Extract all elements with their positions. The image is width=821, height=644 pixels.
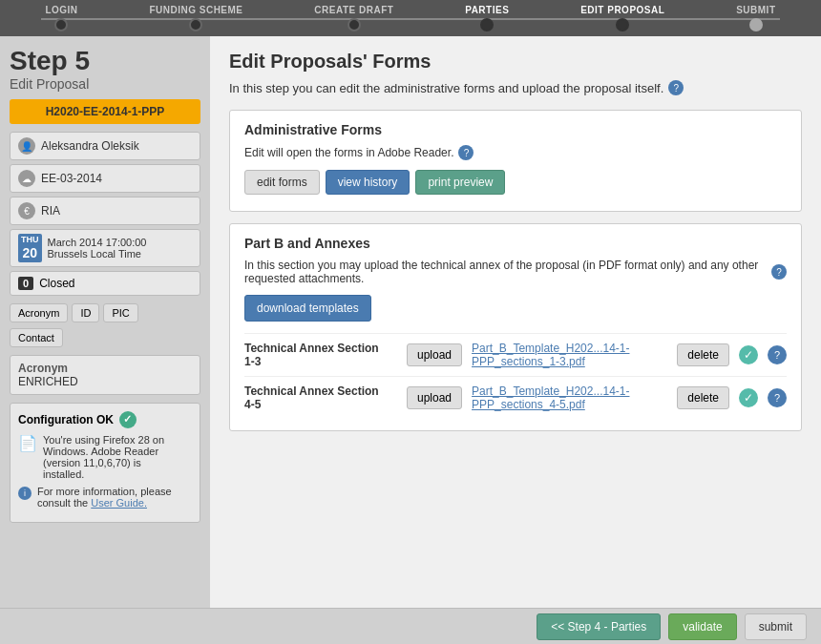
- config-msg-text: You're using Firefox 28 on Windows. Adob…: [43, 434, 164, 480]
- sidebar: Step 5 Edit Proposal H2020-EE-2014-1-PPP…: [0, 36, 210, 608]
- step-create-draft: CREATE DRAFT: [314, 5, 393, 31]
- back-button[interactable]: << Step 4 - Parties: [537, 613, 661, 640]
- part-b-title: Part B and Annexes: [244, 236, 787, 251]
- progress-bar: LOGIN FUNDING SCHEME CREATE DRAFT PARTIE…: [0, 0, 821, 36]
- date-badge: THU 20: [18, 234, 42, 262]
- user-guide-link[interactable]: User Guide.: [91, 497, 147, 509]
- date-row: THU 20 March 2014 17:00:00 Brussels Loca…: [10, 229, 200, 267]
- annex-row-1: Technical Annex Section 1-3 upload Part_…: [244, 333, 787, 376]
- print-preview-button[interactable]: print preview: [415, 170, 505, 195]
- annex-row-2: Technical Annex Section 4-5 upload Part_…: [244, 376, 787, 419]
- tag-row[interactable]: Acronym ID PIC: [10, 303, 200, 322]
- annex-1-ok-icon: ✓: [739, 345, 758, 364]
- annex-1-upload-button[interactable]: upload: [407, 343, 462, 366]
- step-submit: SUBMIT: [736, 5, 775, 31]
- configuration-box: Configuration OK ✓ 📄 You're using Firefo…: [10, 403, 200, 523]
- user-icon: 👤: [18, 137, 35, 155]
- step-dot-submit: [749, 18, 763, 31]
- step-funding-scheme: FUNDING SCHEME: [149, 5, 242, 31]
- project-code-row: ☁ EE-03-2014: [10, 164, 200, 193]
- step-dot-login: [54, 18, 68, 31]
- config-guide-text: For more information, please consult the…: [37, 486, 172, 509]
- annex-1-label: Technical Annex Section 1-3: [244, 342, 397, 368]
- step-number: Step 5: [10, 46, 200, 76]
- currency-value: RIA: [41, 204, 60, 218]
- step-edit-proposal: EDIT PROPOSAL: [580, 5, 664, 31]
- step-dot-funding: [189, 18, 202, 31]
- day-number: 20: [21, 245, 39, 261]
- admin-forms-title: Administrative Forms: [244, 122, 787, 137]
- config-msg-firefox: 📄 You're using Firefox 28 on Windows. Ad…: [18, 434, 192, 480]
- part-b-help-icon[interactable]: ?: [771, 264, 787, 280]
- step-dot-edit: [616, 18, 629, 31]
- tag-acronym[interactable]: Acronym: [10, 303, 68, 322]
- annex-2-ok-icon: ✓: [739, 388, 758, 407]
- annex-2-label: Technical Annex Section 4-5: [244, 384, 397, 411]
- closed-label: Closed: [39, 277, 74, 290]
- footer: << Step 4 - Parties validate submit: [0, 608, 821, 644]
- euro-icon: €: [18, 202, 35, 219]
- validate-button[interactable]: validate: [668, 613, 736, 640]
- cloud-icon: ☁: [18, 170, 35, 187]
- admin-forms-buttons: edit forms view history print preview: [244, 170, 787, 195]
- currency-row: € RIA: [10, 197, 200, 225]
- user-name: Aleksandra Oleksik: [41, 139, 139, 153]
- tag-pic[interactable]: PIC: [103, 303, 137, 322]
- acronym-section: Acronym ENRICHED: [10, 355, 200, 395]
- contact-button[interactable]: Contact: [10, 328, 63, 347]
- date-location: Brussels Local Time: [48, 248, 147, 260]
- content-area: Edit Proposals' Forms In this step you c…: [210, 36, 821, 608]
- admin-forms-desc: Edit will open the forms in Adobe Reader…: [244, 145, 787, 160]
- date-info: March 2014 17:00:00 Brussels Local Time: [48, 237, 147, 260]
- annex-2-upload-button[interactable]: upload: [407, 386, 462, 409]
- pdf-icon: 📄: [18, 434, 37, 452]
- day-name: THU: [21, 235, 39, 245]
- step-name: Edit Proposal: [10, 76, 200, 92]
- acronym-value: ENRICHED: [18, 375, 192, 388]
- submit-button[interactable]: submit: [745, 613, 807, 640]
- part-b-section: Part B and Annexes In this section you m…: [229, 223, 802, 431]
- step-dot-parties: [480, 18, 494, 31]
- annex-2-delete-button[interactable]: delete: [677, 386, 729, 409]
- annex-2-help-icon[interactable]: ?: [768, 388, 787, 407]
- config-msg-guide: i For more information, please consult t…: [18, 486, 192, 509]
- admin-forms-help-icon[interactable]: ?: [458, 145, 474, 160]
- admin-forms-section: Administrative Forms Edit will open the …: [229, 110, 802, 212]
- step-login: LOGIN: [45, 5, 77, 31]
- acronym-section-title: Acronym: [18, 362, 192, 375]
- config-header: Configuration OK ✓: [18, 411, 192, 428]
- config-check-icon: ✓: [119, 411, 137, 428]
- project-code: EE-03-2014: [41, 172, 102, 185]
- step-parties: PARTIES: [465, 5, 509, 31]
- download-templates-button[interactable]: download templates: [244, 295, 371, 322]
- part-b-desc: In this section you may upload the techn…: [244, 259, 787, 285]
- step-dot-create: [347, 18, 361, 31]
- intro-help-icon[interactable]: ?: [668, 80, 684, 95]
- annex-1-help-icon[interactable]: ?: [768, 345, 787, 364]
- intro-text: In this step you can edit the administra…: [229, 80, 802, 95]
- info-icon: i: [18, 487, 32, 500]
- date-text: March 2014 17:00:00: [48, 237, 147, 248]
- closed-row: 0 Closed: [10, 271, 200, 296]
- user-info-row: 👤 Aleksandra Oleksik: [10, 132, 200, 160]
- proposal-id: H2020-EE-2014-1-PPP: [10, 99, 200, 124]
- tag-id[interactable]: ID: [72, 303, 99, 322]
- closed-count: 0: [18, 277, 33, 290]
- config-title: Configuration OK: [18, 413, 114, 426]
- annex-1-filename[interactable]: Part_B_Template_H202...14-1-PPP_sections…: [472, 342, 667, 368]
- edit-forms-button[interactable]: edit forms: [244, 170, 320, 195]
- view-history-button[interactable]: view history: [326, 170, 410, 195]
- annex-1-delete-button[interactable]: delete: [677, 343, 729, 366]
- annex-2-filename[interactable]: Part_B_Template_H202...14-1-PPP_sections…: [472, 384, 667, 411]
- page-title: Edit Proposals' Forms: [229, 51, 802, 73]
